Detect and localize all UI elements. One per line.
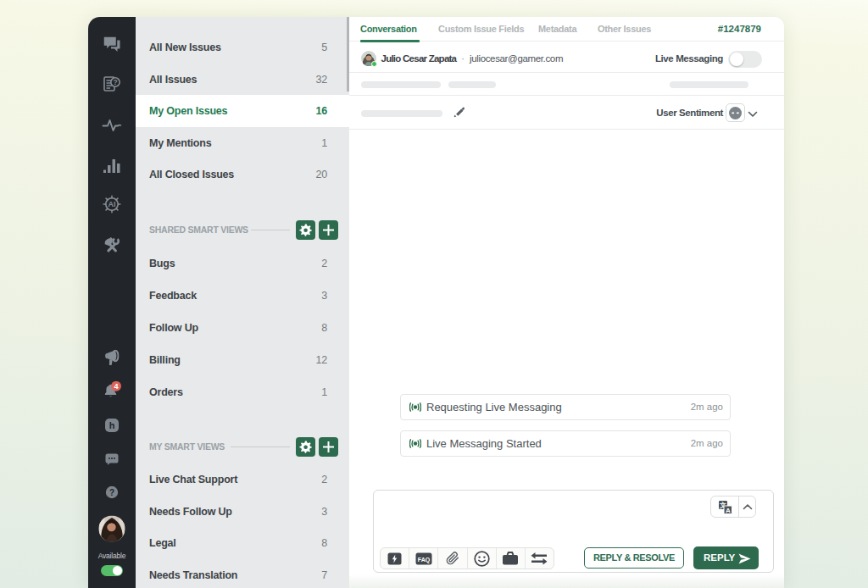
svg-text:4: 4 xyxy=(114,382,118,391)
svg-text:?: ? xyxy=(113,78,117,86)
svg-text:h: h xyxy=(109,420,115,430)
svg-text:AI: AI xyxy=(108,200,116,208)
svg-text:A: A xyxy=(725,506,730,513)
svg-text:FAQ: FAQ xyxy=(418,556,431,563)
svg-text:?: ? xyxy=(109,488,114,497)
